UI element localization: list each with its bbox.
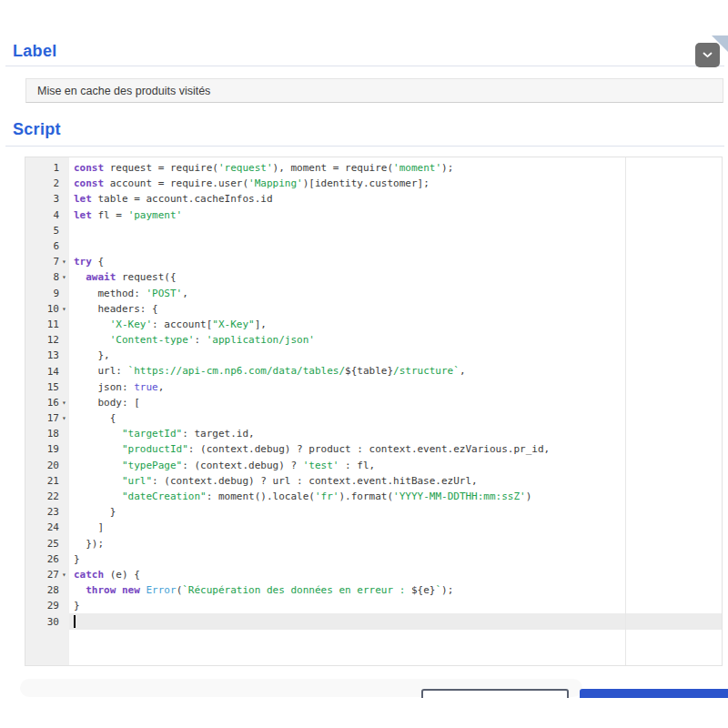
line-number: 29 [25,600,59,612]
line-number: 16 [25,397,59,409]
code-line[interactable]: "url": (context.debug) ? url : context.e… [69,473,722,489]
code-line[interactable]: }); [69,536,722,551]
line-number: 19 [25,443,59,455]
line-number: 12 [25,334,59,346]
code-line[interactable]: let table = account.cacheInfos.id [69,191,722,207]
line-number: 7 [25,256,59,268]
line-number: 27 [25,569,59,581]
code-line[interactable]: } [69,598,722,613]
code-line[interactable]: "typePage": (context.debug) ? 'test' : f… [69,458,722,473]
code-line[interactable]: } [69,551,722,567]
action-button-row [0,689,728,698]
editor-gutter: 1234567▾8▾910▾111213141516▾17▾1819202122… [25,157,69,665]
line-number: 11 [25,318,59,330]
line-number: 10 [25,303,59,315]
line-number: 18 [25,428,59,440]
code-line[interactable]: let fl = 'payment' [69,207,722,223]
code-line[interactable] [69,613,722,629]
line-number: 20 [25,460,59,471]
line-number: 15 [25,381,59,393]
code-line[interactable]: 'Content-type': 'application/json' [69,332,722,348]
line-number: 24 [25,521,59,533]
code-line[interactable]: headers: { [69,301,722,317]
code-line[interactable]: { [69,410,722,426]
line-number: 1 [25,162,59,174]
line-number: 17 [25,412,59,424]
line-number: 21 [25,475,59,487]
label-heading: Label [13,42,57,61]
script-editor[interactable]: 1234567▾8▾910▾111213141516▾17▾1819202122… [25,157,723,666]
text-cursor [74,615,76,628]
fold-arrow-icon[interactable]: ▾ [59,410,69,426]
code-line[interactable]: throw new Error(`Récupération des donnée… [69,582,722,598]
code-line[interactable]: 'X-Key': account["X-Key"], [69,317,722,332]
code-line[interactable] [69,223,722,238]
code-line[interactable]: body: [ [69,395,722,410]
line-number: 5 [25,225,59,237]
secondary-button[interactable] [421,689,569,698]
fold-arrow-icon[interactable]: ▾ [59,567,69,582]
label-input[interactable] [25,78,723,103]
code-line[interactable]: url: `https://api-cm.np6.com/data/tables… [69,363,722,379]
line-number: 4 [25,209,59,221]
code-line[interactable]: } [69,504,722,520]
line-number: 25 [25,538,59,550]
code-line[interactable]: catch (e) { [69,567,722,582]
line-number: 23 [25,506,59,518]
line-number: 6 [25,240,59,252]
fold-arrow-icon[interactable]: ▾ [59,301,69,317]
label-heading-rule [5,66,724,66]
code-line[interactable]: }, [69,348,722,363]
line-number: 13 [25,349,59,361]
code-line[interactable]: try { [69,254,722,269]
code-line[interactable]: json: true, [69,379,722,395]
line-number: 14 [25,366,59,378]
line-number: 8 [25,271,59,283]
fold-arrow-icon[interactable]: ▾ [59,269,69,285]
code-line[interactable]: await request({ [69,269,722,285]
line-number: 22 [25,490,59,502]
code-lines[interactable]: const request = require('request'), mome… [69,157,722,665]
code-line[interactable]: ] [69,520,722,535]
chevron-down-icon [703,52,713,58]
code-line[interactable]: const request = require('request'), mome… [69,160,722,176]
line-number: 2 [25,177,59,189]
line-number: 3 [25,193,59,205]
code-line[interactable]: const account = require.user('Mapping')[… [69,176,722,191]
line-number: 28 [25,584,59,596]
code-line[interactable] [69,238,722,254]
fold-arrow-icon[interactable]: ▾ [59,395,69,410]
fold-arrow-icon[interactable]: ▾ [59,254,69,269]
line-number: 9 [25,288,59,299]
print-margin-line [625,157,626,665]
code-line[interactable]: "targetId": target.id, [69,426,722,441]
code-line[interactable]: "productId": (context.debug) ? product :… [69,441,722,457]
code-line[interactable]: "dateCreation": moment().locale('fr').fo… [69,489,722,504]
script-heading: Script [13,120,61,139]
primary-button[interactable] [580,689,728,698]
collapse-dropdown-button[interactable] [695,43,720,67]
code-line[interactable]: method: 'POST', [69,286,722,301]
line-number: 30 [25,616,59,628]
script-heading-rule [5,146,724,147]
line-number: 26 [25,553,59,565]
